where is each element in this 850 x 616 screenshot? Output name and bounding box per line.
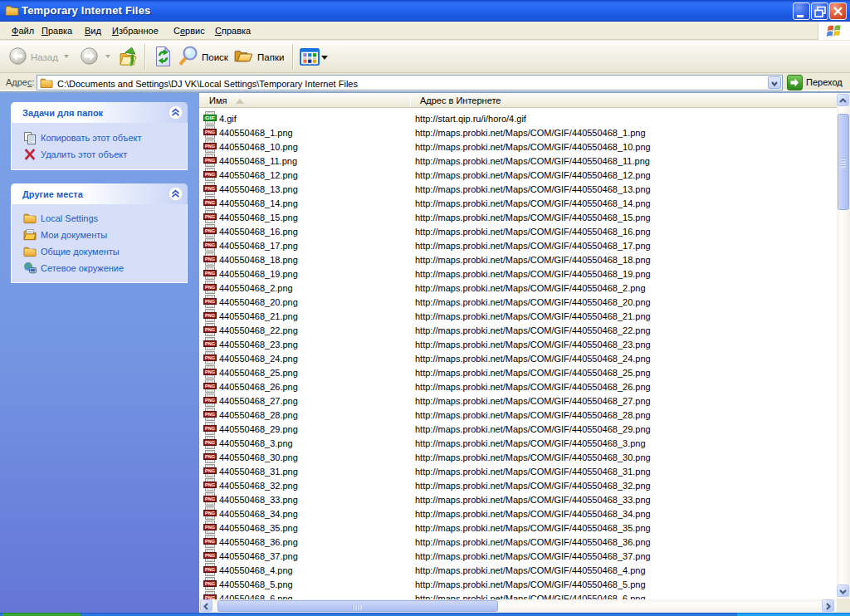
svg-text:GIF: GIF [205,115,215,120]
svg-text:PNG: PNG [205,313,215,318]
svg-text:PNG: PNG [205,454,215,459]
svg-text:PNG: PNG [205,242,215,247]
svg-text:PNG: PNG [205,341,215,346]
svg-text:PNG: PNG [205,369,215,374]
svg-text:PNG: PNG [205,158,215,163]
svg-text:PNG: PNG [205,200,215,205]
svg-text:PNG: PNG [205,553,215,558]
svg-text:PNG: PNG [205,172,215,177]
svg-text:PNG: PNG [205,468,215,473]
svg-text:PNG: PNG [205,285,215,290]
svg-text:PNG: PNG [205,228,215,233]
svg-text:PNG: PNG [205,426,215,431]
svg-text:PNG: PNG [205,496,215,501]
svg-text:PNG: PNG [205,257,215,262]
svg-text:PNG: PNG [205,482,215,487]
svg-text:PNG: PNG [205,567,215,572]
svg-text:PNG: PNG [205,144,215,149]
svg-text:PNG: PNG [205,398,215,403]
svg-text:PNG: PNG [205,384,215,389]
svg-text:PNG: PNG [205,299,215,304]
svg-text:PNG: PNG [205,327,215,332]
svg-text:PNG: PNG [205,440,215,445]
svg-text:PNG: PNG [205,214,215,219]
svg-text:PNG: PNG [205,355,215,360]
svg-text:PNG: PNG [205,271,215,276]
svg-text:PNG: PNG [205,539,215,544]
svg-text:PNG: PNG [205,130,215,134]
svg-text:PNG: PNG [205,511,215,516]
svg-text:PNG: PNG [205,412,215,417]
svg-text:PNG: PNG [205,186,215,191]
svg-text:PNG: PNG [205,525,215,530]
svg-text:PNG: PNG [205,581,215,586]
